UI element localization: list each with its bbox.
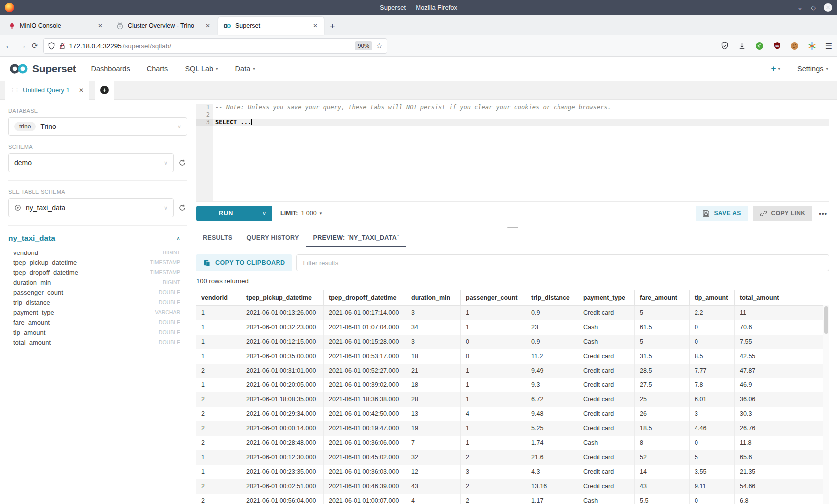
table-cell: 2021-06-01 00:13:26.000 xyxy=(241,306,324,320)
table-row[interactable]: 22021-06-01 00:31:01.0002021-06-01 00:52… xyxy=(196,364,829,378)
cookie-extension-icon[interactable] xyxy=(790,41,799,50)
copy-link-button[interactable]: COPY LINK xyxy=(753,206,813,221)
tab-close-icon[interactable]: ✕ xyxy=(204,22,211,29)
shield-icon[interactable] xyxy=(48,42,55,50)
nav-item-data[interactable]: Data▾ xyxy=(235,65,255,73)
column-header-tpep_pickup_datetime[interactable]: tpep_pickup_datetime xyxy=(241,290,324,306)
pane-splitter[interactable] xyxy=(196,225,829,229)
forward-button[interactable]: → xyxy=(18,41,27,51)
browser-tab-superset[interactable]: Superset✕ xyxy=(218,17,324,35)
table-cell: 1 xyxy=(196,335,241,349)
database-select[interactable]: trino Trino ∨ xyxy=(8,117,187,136)
results-tab-preview[interactable]: PREVIEW: `NY_TAXI_DATA` xyxy=(306,229,406,247)
table-row[interactable]: 22021-06-01 00:02:51.0002021-06-01 00:46… xyxy=(196,479,829,494)
database-label: DATABASE xyxy=(8,108,187,114)
run-query-button[interactable]: RUN ∨ xyxy=(196,206,272,221)
table-row[interactable]: 12021-06-01 00:32:23.0002021-06-01 01:07… xyxy=(196,320,829,335)
table-select[interactable]: ny_taxi_data ∨ xyxy=(8,198,174,217)
table-row[interactable]: 22021-06-01 00:56:04.0002021-06-01 01:00… xyxy=(196,494,829,504)
downloads-icon[interactable] xyxy=(738,41,747,50)
reload-button[interactable]: ⟳ xyxy=(32,41,38,50)
new-tab-button[interactable]: + xyxy=(324,21,341,35)
table-cell: 7.55 xyxy=(735,335,829,349)
table-row[interactable]: 12021-06-01 00:12:15.0002021-06-01 00:15… xyxy=(196,335,829,349)
collapse-chevron-icon[interactable]: ∧ xyxy=(176,235,180,242)
results-tab-query-history[interactable]: QUERY HISTORY xyxy=(240,229,306,247)
column-header-tpep_dropoff_datetime[interactable]: tpep_dropoff_datetime xyxy=(324,290,406,306)
table-row[interactable]: 12021-06-01 00:23:35.0002021-06-01 00:36… xyxy=(196,465,829,479)
limit-dropdown[interactable]: LIMIT: 1 000 ▾ xyxy=(280,210,322,217)
table-row[interactable]: 12021-06-01 00:13:26.0002021-06-01 00:17… xyxy=(196,306,829,320)
menu-icon[interactable]: ☰ xyxy=(825,41,832,51)
refresh-tables-icon[interactable] xyxy=(178,204,187,212)
table-cell: 1 xyxy=(461,320,526,335)
bookmark-star-icon[interactable]: ☆ xyxy=(376,41,382,50)
filter-results-input[interactable] xyxy=(296,254,829,271)
back-button[interactable]: ← xyxy=(5,41,13,51)
table-row[interactable]: 22021-06-01 00:00:14.0002021-06-01 00:19… xyxy=(196,421,829,436)
window-maximize-icon[interactable]: ◇ xyxy=(811,4,816,11)
nav-item-label: Charts xyxy=(147,65,168,73)
run-options-caret-icon[interactable]: ∨ xyxy=(256,206,272,221)
copy-to-clipboard-button[interactable]: COPY TO CLIPBOARD xyxy=(196,254,292,271)
table-cell: 4.46 xyxy=(690,421,735,436)
table-cell: 5 xyxy=(690,450,735,465)
column-header-trip_distance[interactable]: trip_distance xyxy=(526,290,578,306)
grid-scrollbar[interactable] xyxy=(823,305,829,504)
browser-tab-minio[interactable]: MinIO Console✕ xyxy=(3,17,109,35)
schema-select[interactable]: demo ∨ xyxy=(8,153,174,172)
browser-tab-trino[interactable]: Cluster Overview - Trino✕ xyxy=(111,17,216,35)
settings-menu[interactable]: Settings▾ xyxy=(797,65,828,73)
drag-handle-icon[interactable]: ⋮⋮ xyxy=(10,87,19,93)
window-close-icon[interactable]: ✕ xyxy=(824,3,832,12)
nav-item-dashboards[interactable]: Dashboards xyxy=(91,65,130,73)
table-cell: 2021-06-01 00:20:05.000 xyxy=(241,378,324,392)
protections-shield-icon[interactable] xyxy=(720,41,729,50)
column-header-payment_type[interactable]: payment_type xyxy=(578,290,635,306)
schema-table-name[interactable]: ny_taxi_data xyxy=(8,234,55,243)
more-options-button[interactable]: ••• xyxy=(817,210,829,217)
table-row[interactable]: 12021-06-01 00:35:00.0002021-06-01 00:53… xyxy=(196,349,829,364)
query-tab[interactable]: ⋮⋮ Untitled Query 1 ✕ xyxy=(5,81,89,100)
column-header-fare_amount[interactable]: fare_amount xyxy=(635,290,690,306)
table-cell: 0.9 xyxy=(526,306,578,320)
table-row[interactable]: 22021-06-01 00:29:34.0002021-06-01 00:42… xyxy=(196,407,829,421)
tab-close-icon[interactable]: ✕ xyxy=(97,22,104,29)
table-row[interactable]: 12021-06-01 00:20:05.0002021-06-01 00:39… xyxy=(196,378,829,392)
table-cell: 1.74 xyxy=(526,436,578,450)
sparkle-extension-icon[interactable] xyxy=(808,41,817,50)
column-header-duration_min[interactable]: duration_min xyxy=(406,290,461,306)
column-header-tip_amount[interactable]: tip_amount xyxy=(690,290,735,306)
table-cell: 0.9 xyxy=(526,335,578,349)
window-minimize-icon[interactable]: ⌄ xyxy=(797,4,803,11)
sql-editor[interactable]: 1-- Note: Unless you save your query, th… xyxy=(196,104,829,202)
insecure-lock-icon[interactable] xyxy=(59,42,66,50)
table-row[interactable]: 12021-06-01 00:12:30.0002021-06-01 00:45… xyxy=(196,450,829,465)
add-new-button[interactable]: +▾ xyxy=(771,64,780,74)
column-header-total_amount[interactable]: total_amount xyxy=(735,290,829,306)
add-query-tab-button[interactable]: + xyxy=(95,81,114,100)
table-header-row: vendoridtpep_pickup_datetimetpep_dropoff… xyxy=(196,290,829,306)
column-name: passenger_count xyxy=(13,289,63,296)
extension-green-icon[interactable] xyxy=(755,41,764,50)
nav-item-charts[interactable]: Charts xyxy=(147,65,168,73)
table-row[interactable]: 22021-06-01 00:28:48.0002021-06-01 00:36… xyxy=(196,436,829,450)
page-zoom-badge[interactable]: 90% xyxy=(355,41,372,50)
save-as-button[interactable]: SAVE AS xyxy=(696,206,748,221)
browser-toolbar: ← → ⟳ 172.18.0.4:32295/superset/sqllab/ … xyxy=(0,35,837,57)
editor-line: 2 xyxy=(196,111,829,119)
tab-close-icon[interactable]: ✕ xyxy=(312,22,319,29)
ublock-icon[interactable]: uO xyxy=(773,41,782,50)
table-cell: Credit card xyxy=(578,479,635,494)
refresh-schemas-icon[interactable] xyxy=(178,159,187,167)
nav-item-sql-lab[interactable]: SQL Lab▾ xyxy=(185,65,218,73)
results-tab-results[interactable]: RESULTS xyxy=(196,229,240,247)
column-header-vendorid[interactable]: vendorid xyxy=(196,290,241,306)
superset-logo[interactable]: Superset xyxy=(9,63,76,75)
url-bar[interactable]: 172.18.0.4:32295/superset/sqllab/ 90% ☆ xyxy=(43,38,387,54)
table-row[interactable]: 22021-06-01 18:08:35.0002021-06-01 18:36… xyxy=(196,392,829,407)
table-cell: 3 xyxy=(406,335,461,349)
query-tab-close-icon[interactable]: ✕ xyxy=(79,87,84,94)
table-cell: 11 xyxy=(735,306,829,320)
column-header-passenger_count[interactable]: passenger_count xyxy=(461,290,526,306)
